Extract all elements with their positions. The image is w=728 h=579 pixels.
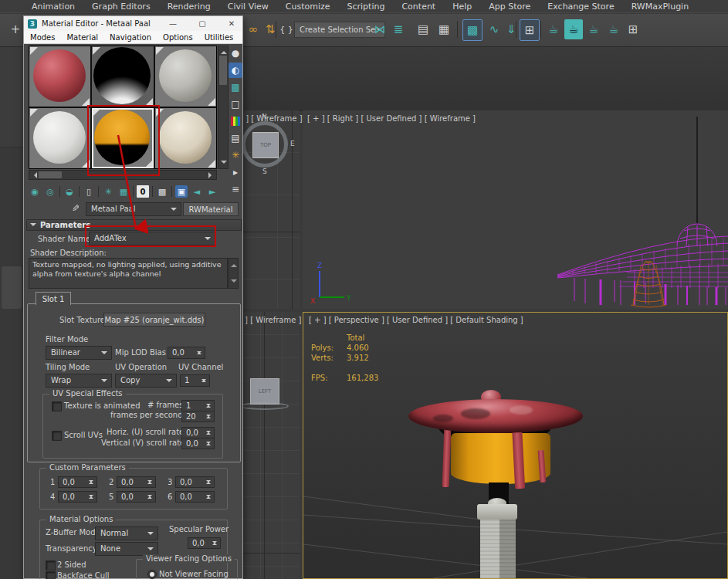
- sample-type-sphere-icon[interactable]: ●: [229, 46, 242, 61]
- sample-slot-concrete[interactable]: [155, 46, 216, 107]
- navcube-top-face[interactable]: TOP: [252, 132, 279, 158]
- shader-description-box[interactable]: Texture mapped, no lighting applied, usi…: [29, 258, 228, 289]
- video-color-check-icon[interactable]: [229, 113, 242, 129]
- material-editor-titlebar[interactable]: 3 Material Editor - Metaal Paal — ▢ ✕: [24, 16, 242, 31]
- horiz-scroll-spinner[interactable]: 0,0: [181, 427, 215, 438]
- param-5-spinner[interactable]: 0,0: [117, 491, 156, 503]
- shader-name-dropdown[interactable]: AddATex: [89, 232, 215, 245]
- view-navigation-ring[interactable]: TOP: [242, 121, 288, 168]
- menu-customize[interactable]: Customize: [277, 0, 339, 13]
- backface-cull-checkbox[interactable]: [46, 571, 56, 579]
- param-6-spinner[interactable]: 0,0: [175, 491, 215, 503]
- background-icon[interactable]: ▩: [229, 80, 242, 95]
- med-menu-modes[interactable]: Modes: [30, 33, 55, 42]
- make-preview-icon[interactable]: ▤: [229, 130, 242, 146]
- put-material-to-scene-icon[interactable]: ◎: [44, 185, 56, 198]
- get-material-icon[interactable]: ◉: [29, 185, 41, 198]
- model-concrete-pole[interactable]: [480, 520, 516, 579]
- mip-lod-bias-spinner[interactable]: 0,0: [168, 347, 205, 359]
- render-teapot-icon[interactable]: ☕: [544, 19, 563, 39]
- sample-slot-red[interactable]: [29, 46, 90, 107]
- param-3-spinner[interactable]: 0,0: [175, 476, 215, 488]
- layer-explorer-icon[interactable]: ▤: [414, 19, 432, 39]
- vert-scroll-spinner[interactable]: 0,0: [181, 438, 215, 449]
- selection-filter-icon[interactable]: { }: [277, 19, 296, 39]
- scroll-left-icon[interactable]: [31, 172, 37, 178]
- fps-spinner[interactable]: 20: [181, 411, 215, 422]
- go-to-sibling-icon[interactable]: ►: [206, 185, 218, 198]
- description-scrollbar[interactable]: [228, 258, 239, 289]
- rendered-frame-window-icon[interactable]: ☕: [564, 19, 583, 39]
- two-sided-checkbox[interactable]: [46, 560, 56, 571]
- delete-material-icon[interactable]: ▯: [83, 185, 95, 198]
- quick-render-icon[interactable]: ☕: [584, 19, 603, 39]
- viewport-right[interactable]: Z Y X: [303, 110, 728, 309]
- scroll-up-icon[interactable]: [221, 48, 227, 54]
- param-4-spinner[interactable]: 0,0: [58, 491, 97, 503]
- texture-animated-checkbox[interactable]: [52, 401, 62, 411]
- material-editor-icon[interactable]: ▩: [462, 19, 483, 41]
- menu-app-store[interactable]: App Store: [480, 0, 539, 13]
- material-id-channel-icon[interactable]: 0: [137, 185, 149, 198]
- med-menu-options[interactable]: Options: [163, 33, 193, 42]
- tiling-mode-dropdown[interactable]: Wrap: [46, 374, 112, 388]
- sample-slot-black[interactable]: [92, 46, 153, 107]
- material-name-dropdown[interactable]: Metaal Paal: [86, 202, 181, 216]
- scroll-down-icon[interactable]: [231, 279, 237, 286]
- parameters-rollout-header[interactable]: Parameters: [26, 219, 242, 231]
- menu-exchange-store[interactable]: Exchange Store: [539, 0, 622, 13]
- render-setup-icon[interactable]: ⊞: [520, 19, 540, 41]
- menu-scripting[interactable]: Scripting: [339, 0, 394, 13]
- med-menu-utilities[interactable]: Utilities: [205, 33, 234, 42]
- param-1-spinner[interactable]: 0,0: [58, 476, 97, 488]
- model-red-cap[interactable]: [408, 399, 583, 433]
- model-yellow-cylinder[interactable]: [451, 433, 550, 484]
- param-2-spinner[interactable]: 0,0: [117, 476, 156, 488]
- not-viewer-facing-radio[interactable]: [147, 570, 157, 579]
- scroll-up-icon[interactable]: [231, 261, 237, 267]
- options-icon[interactable]: ✳: [229, 147, 242, 163]
- sample-slot-orange-selected[interactable]: [92, 108, 153, 168]
- viewport-perspective-label[interactable]: [ + ] [ Perspective ] [ User Defined ] […: [309, 316, 523, 324]
- viewport-layout-icon[interactable]: ⊞: [624, 19, 642, 39]
- hscroll-thumb[interactable]: [39, 171, 62, 178]
- slot1-tab[interactable]: Slot 1: [36, 292, 71, 305]
- align-icon[interactable]: ≣: [389, 19, 408, 39]
- scroll-uvs-checkbox[interactable]: [52, 431, 62, 441]
- material-class-button[interactable]: RWMaterial: [183, 202, 239, 216]
- specular-power-spinner[interactable]: 0,0: [188, 537, 221, 549]
- go-to-parent-icon[interactable]: ◄: [191, 185, 203, 198]
- menu-rwmaxplugin[interactable]: RWMaxPlugin: [623, 0, 698, 13]
- scroll-down-icon[interactable]: [221, 161, 227, 167]
- sample-slot-marble[interactable]: [155, 108, 216, 168]
- filter-mode-dropdown[interactable]: Bilinear: [46, 346, 112, 360]
- pick-material-pencil-icon[interactable]: ✎: [72, 203, 80, 214]
- sample-uv-tiling-icon[interactable]: □: [229, 96, 242, 112]
- mirror-icon[interactable]: ⋈: [371, 19, 389, 39]
- cloud-render-icon[interactable]: ☕: [604, 19, 623, 39]
- maximize-button[interactable]: ▢: [192, 16, 212, 30]
- material-editor-window[interactable]: 3 Material Editor - Metaal Paal — ▢ ✕ Mo…: [23, 15, 243, 579]
- select-and-link-icon[interactable]: ∞: [244, 19, 262, 39]
- zbuffer-mode-dropdown[interactable]: Normal: [95, 527, 158, 540]
- uv-channel-spinner[interactable]: 1: [180, 374, 210, 387]
- minimize-button[interactable]: —: [163, 16, 183, 30]
- select-and-move-icon[interactable]: +: [6, 19, 25, 39]
- viewport-right-label[interactable]: [ + ] [ Right ] [ User Defined ] [ Wiref…: [307, 114, 476, 123]
- sample-slot-white[interactable]: [29, 108, 90, 168]
- menu-graph-editors[interactable]: Graph Editors: [83, 0, 159, 13]
- close-button[interactable]: ✕: [222, 16, 242, 30]
- samples-vscrollbar[interactable]: [218, 46, 229, 169]
- vscroll-thumb[interactable]: [219, 56, 227, 85]
- scroll-right-icon[interactable]: [208, 172, 215, 178]
- show-end-result-icon[interactable]: ▣: [175, 185, 188, 198]
- select-by-material-icon[interactable]: ▸: [229, 164, 242, 180]
- make-unique-icon[interactable]: ✳: [102, 185, 114, 198]
- frames-spinner[interactable]: 1: [181, 400, 215, 411]
- med-menu-material[interactable]: Material: [66, 33, 98, 42]
- show-map-in-viewport-icon[interactable]: ▩: [156, 185, 168, 198]
- samples-hscrollbar[interactable]: [29, 170, 217, 180]
- navcube-left-face[interactable]: LEFT: [250, 378, 279, 405]
- backlight-icon[interactable]: ◐: [229, 63, 242, 78]
- assign-material-to-selection-icon[interactable]: ◒: [63, 185, 76, 198]
